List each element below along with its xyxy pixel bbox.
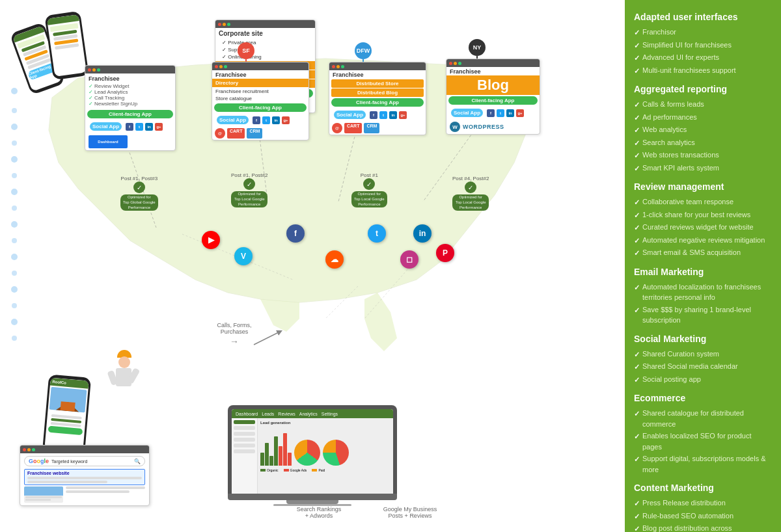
- post-sf-text: Post #1, Post#3: [120, 176, 158, 181]
- calls-forms-label: Calls, Forms,Purchases →: [202, 322, 267, 347]
- f4-gp-icon: g+: [516, 109, 524, 117]
- svg-point-18: [12, 271, 17, 276]
- sidebar-item-social-calendar: ✓Shared Social media calendar: [634, 361, 772, 373]
- post-sf-opt-text: Optimized for Top Global Google Performa…: [123, 195, 156, 210]
- sidebar-item-adperf: ✓Ad performances: [634, 112, 772, 124]
- sidebar-item-autolocal: ✓Automated localization to franchisees t…: [634, 282, 772, 303]
- google-search-icon: 🔍: [134, 459, 141, 464]
- f3-dist-store: Distributed Store: [331, 79, 424, 88]
- sidebar-title-email: Email Marketing: [634, 265, 772, 279]
- laptop-bar-chart: [260, 427, 292, 466]
- laptop-nav-2: Leads: [262, 412, 274, 416]
- franchisee-box-4: Franchisee Blog Client-facing App Social…: [446, 59, 540, 135]
- f2-crm: CRM: [247, 128, 262, 139]
- laptop-legend-google: Google Ads: [290, 468, 307, 472]
- post-sf-check: ✓: [133, 181, 145, 193]
- f4-client-facing-btn[interactable]: Client-facing App: [448, 96, 538, 105]
- svg-point-19: [11, 286, 18, 293]
- svg-point-14: [12, 206, 17, 211]
- f3-crm: CRM: [364, 123, 379, 133]
- svg-point-17: [11, 254, 18, 260]
- post-dfw-check: ✓: [363, 178, 375, 190]
- f2-cart-crm-row: @ CART CRM: [212, 127, 308, 140]
- sf-pin-circle: SF: [238, 42, 254, 59]
- calls-label-text: Calls, Forms,Purchases: [202, 322, 267, 335]
- sidebar-item-advanced-ui: ✓Advanced UI for experts: [634, 52, 772, 64]
- f3-gp-icon: g+: [399, 111, 407, 119]
- f3-client-facing-btn[interactable]: Client-facing App: [331, 98, 424, 107]
- sidebar-item-webanalytics: ✓Web analytics: [634, 124, 772, 136]
- sidebar-item-webstores: ✓Web stores transactions: [634, 150, 772, 161]
- sidebar-item-curated: ✓Curated reviews widget for website: [634, 222, 772, 233]
- google-box: Google Targeted keyword 🔍 Franchisee web…: [20, 445, 150, 506]
- f2-catalogue: Store catalogue: [212, 95, 308, 102]
- sidebar-item-savemoney: ✓Save $$$ by sharing 1 brand-level subsc…: [634, 304, 772, 326]
- google-result-1: Franchisee website: [24, 469, 145, 485]
- laptop-legend-paid: Paid: [318, 468, 325, 472]
- f3-social-btn[interactable]: Social App: [334, 111, 366, 119]
- f2-directory: Directory: [212, 79, 308, 87]
- post-sf-optimized: Optimized for Top Global Google Performa…: [120, 194, 158, 211]
- worker-figure: [104, 350, 143, 402]
- f4-li-icon: in: [506, 109, 514, 117]
- sidebar-title-ecommerce: Ecommerce: [634, 392, 772, 405]
- f2-gp-icon: g+: [282, 116, 290, 124]
- svg-line-5: [325, 286, 358, 319]
- post-corp-check: ✓: [243, 178, 255, 190]
- svg-point-12: [12, 173, 17, 178]
- f1-feat1: Review Widget: [94, 83, 129, 89]
- svg-line-6: [364, 267, 410, 319]
- f3-fb-icon: f: [370, 111, 377, 119]
- sidebar-item-calls: ✓Calls & forms leads: [634, 99, 772, 111]
- sidebar-item-franchisor: ✓Franchisor: [634, 27, 772, 38]
- laptop-chart-title: Lead generation: [260, 421, 390, 425]
- f1-tw-icon: t: [135, 123, 143, 131]
- sidebar-item-social-posting: ✓Social posting app: [634, 374, 772, 386]
- sidebar-item-simplified-ui: ✓Simplified UI for franchisees: [634, 40, 772, 51]
- f1-social-app-btn[interactable]: Social App: [90, 122, 122, 131]
- sidebar-item-rule-seo: ✓Rule-based SEO automation: [634, 511, 772, 522]
- sidebar-item-searchanalytics: ✓Search analytics: [634, 137, 772, 149]
- sidebar-item-collab: ✓Collaborative team response: [634, 196, 772, 208]
- f4-fb-icon: f: [487, 109, 495, 117]
- sidebar-item-local-seo: ✓Enables localized SEO for product pages: [634, 431, 772, 452]
- f1-client-facing-btn[interactable]: Client-facing App: [87, 110, 173, 118]
- f2-label: Franchisee: [215, 72, 305, 78]
- franchisee-box-3: Franchisee Distributed Store Distributed…: [329, 62, 426, 135]
- f4-blog-header: Blog: [446, 75, 540, 95]
- sidebar-item-multiunit: ✓Multi-unit franchisees support: [634, 65, 772, 77]
- post-sf: Post #1, Post#3 ✓ Optimized for Top Glob…: [120, 176, 158, 211]
- laptop-nav-1: Dashboard: [236, 412, 258, 416]
- svg-point-20: [12, 303, 17, 308]
- svg-point-8: [12, 108, 17, 113]
- post-dfw: Post #1 ✓ Optimized forTop Local GoogleP…: [351, 172, 387, 207]
- google-my-business-label: Google My BusinessPosts + Reviews: [371, 506, 449, 519]
- corp-menu-private: ✓ Private area: [219, 39, 312, 46]
- f1-li-icon: in: [145, 123, 153, 131]
- sidebar-title-content: Content Marketing: [634, 481, 772, 495]
- soundcloud-icon: ☁: [325, 250, 344, 269]
- f4-tw-icon: t: [497, 109, 504, 117]
- f2-recruitment: Franchisee recruitment: [212, 88, 308, 95]
- ny-pin-circle: NY: [469, 39, 486, 56]
- f4-label: Franchisee: [450, 68, 536, 75]
- sidebar-item-autoneg: ✓Automated negative reviews mitigation: [634, 235, 772, 246]
- f3-tw-icon: t: [379, 111, 387, 119]
- sidebar-item-curation: ✓Shared Curation system: [634, 349, 772, 360]
- f4-wordpress-row: W WORDPRESS: [446, 120, 540, 134]
- f2-social-btn[interactable]: Social App: [217, 116, 249, 124]
- wordpress-icon: W: [450, 122, 460, 132]
- post-ny: Post #4, Post#2 ✓ Optimized forTop Local…: [452, 176, 489, 211]
- f2-client-facing-btn[interactable]: Client-facing App: [214, 103, 307, 112]
- google-search-input: Targeted keyword: [51, 459, 134, 464]
- franchisee-box-1: Franchisee ✓Review Widget ✓Lead Analytic…: [85, 65, 176, 151]
- f4-social-btn[interactable]: Social App: [451, 109, 483, 117]
- sidebar-item-smartemail: ✓Smart email & SMS acquisition: [634, 247, 772, 259]
- f3-label: Franchisee: [333, 72, 422, 78]
- franchisee-1-title: Franchisee: [89, 75, 172, 82]
- f1-feat3: Call Tracking: [94, 95, 124, 101]
- svg-point-9: [11, 124, 18, 130]
- svg-point-22: [12, 336, 17, 341]
- svg-point-13: [11, 189, 18, 195]
- f3-li-icon: in: [389, 111, 397, 119]
